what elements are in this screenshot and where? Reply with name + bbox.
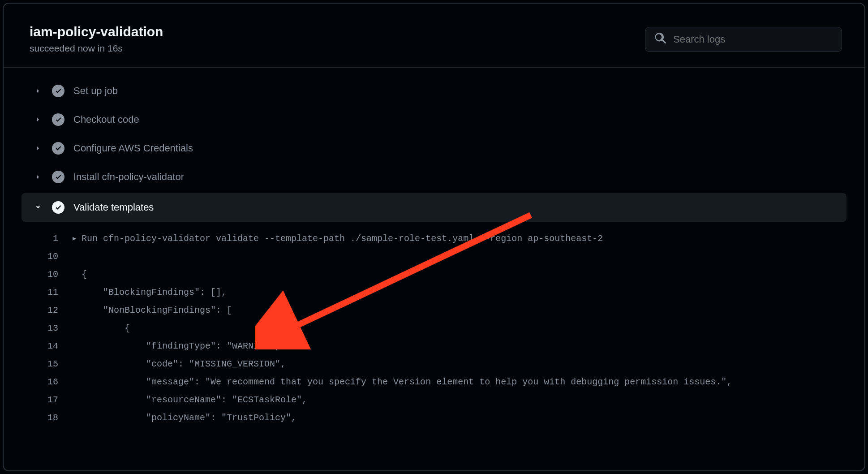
log-text: "code": "MISSING_VERSION",: [82, 355, 286, 373]
step-set-up-job[interactable]: Set up job: [4, 77, 864, 105]
log-text: "BlockingFindings": [],: [82, 284, 227, 302]
chevron-right-icon: [33, 86, 43, 96]
log-line: 12 "NonBlockingFindings": [: [21, 302, 864, 319]
check-icon: [52, 171, 64, 183]
log-line: 17 "resourceName": "ECSTaskRole",: [21, 391, 864, 409]
line-number: 11: [21, 284, 72, 302]
step-label: Validate templates: [73, 202, 154, 213]
log-text: Run cfn-policy-validator validate --temp…: [82, 230, 603, 248]
steps-list: Set up job Checkout code Configure AWS C…: [4, 68, 864, 427]
line-number: 10: [21, 248, 72, 266]
log-text: "findingType": "WARNING",: [82, 337, 280, 355]
job-status: succeeded now in 16s: [30, 43, 163, 54]
check-icon: [52, 201, 64, 214]
check-icon: [52, 85, 64, 97]
log-line: 13 {: [21, 319, 864, 337]
job-title: iam-policy-validation: [30, 24, 163, 39]
log-line: 15 "code": "MISSING_VERSION",: [21, 355, 864, 373]
step-validate-templates[interactable]: Validate templates: [21, 193, 847, 222]
log-line: 10 {: [21, 266, 864, 284]
search-input[interactable]: [673, 34, 833, 45]
line-number: 14: [21, 337, 72, 355]
log-text: "message": "We recommend that you specif…: [82, 373, 732, 391]
line-number: 18: [21, 409, 72, 427]
line-number: 12: [21, 302, 72, 319]
line-number: 16: [21, 373, 72, 391]
line-number: 15: [21, 355, 72, 373]
log-line: 16 "message": "We recommend that you spe…: [21, 373, 864, 391]
step-label: Checkout code: [73, 114, 139, 125]
expand-caret-icon[interactable]: ▸: [72, 230, 82, 248]
step-configure-aws-credentials[interactable]: Configure AWS Credentials: [4, 134, 864, 163]
chevron-right-icon: [33, 115, 43, 125]
log-header: iam-policy-validation succeeded now in 1…: [4, 4, 864, 68]
step-install-cfn-policy-validator[interactable]: Install cfn-policy-validator: [4, 163, 864, 191]
log-text: {: [82, 319, 130, 337]
log-line: 10: [21, 248, 864, 266]
check-icon: [52, 142, 64, 155]
step-label: Install cfn-policy-validator: [73, 171, 184, 183]
chevron-right-icon: [33, 143, 43, 153]
line-number: 10: [21, 266, 72, 284]
log-line: 18 "policyName": "TrustPolicy",: [21, 409, 864, 427]
search-logs-box[interactable]: [645, 27, 842, 52]
search-icon: [654, 33, 673, 46]
chevron-right-icon: [33, 172, 43, 182]
step-checkout-code[interactable]: Checkout code: [4, 105, 864, 134]
log-line[interactable]: 1 ▸ Run cfn-policy-validator validate --…: [21, 230, 864, 248]
check-icon: [52, 113, 64, 126]
log-text: "NonBlockingFindings": [: [82, 302, 232, 319]
log-text: "policyName": "TrustPolicy",: [82, 409, 296, 427]
line-number: 13: [21, 319, 72, 337]
log-text: {: [82, 266, 87, 284]
log-text: "resourceName": "ECSTaskRole",: [82, 391, 307, 409]
chevron-down-icon: [33, 203, 43, 212]
line-number: 1: [21, 230, 72, 248]
log-output: 1 ▸ Run cfn-policy-validator validate --…: [21, 222, 864, 427]
step-label: Set up job: [73, 85, 118, 97]
step-label: Configure AWS Credentials: [73, 142, 193, 154]
line-number: 17: [21, 391, 72, 409]
log-line: 14 "findingType": "WARNING",: [21, 337, 864, 355]
log-line: 11 "BlockingFindings": [],: [21, 284, 864, 302]
